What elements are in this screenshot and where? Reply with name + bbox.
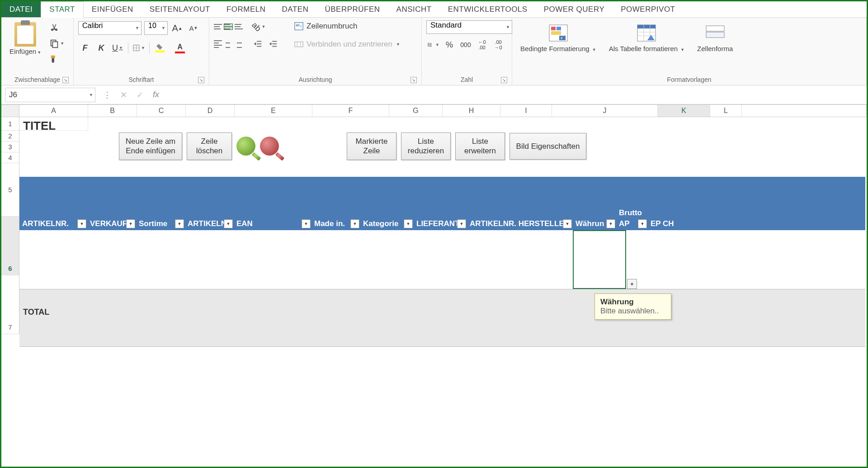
percent-button[interactable]: % bbox=[443, 38, 456, 51]
filter-j[interactable]: ▼ bbox=[606, 219, 615, 228]
marked-row-button[interactable]: MarkierteZeile bbox=[347, 132, 396, 160]
increase-font-icon[interactable]: A▲ bbox=[170, 22, 184, 34]
comma-style-button[interactable]: 000 bbox=[459, 38, 472, 51]
align-middle-icon[interactable] bbox=[224, 24, 233, 30]
orientation-button[interactable]: ab▼ bbox=[252, 20, 265, 33]
col-B[interactable]: B bbox=[88, 105, 137, 117]
filter-e[interactable]: ▼ bbox=[302, 219, 311, 228]
filter-a[interactable]: ▼ bbox=[77, 219, 86, 228]
filter-k[interactable]: ▼ bbox=[638, 219, 647, 228]
row-6[interactable]: 6 bbox=[1, 217, 19, 275]
paste-button[interactable]: Einfügen▼ bbox=[6, 20, 45, 57]
name-box[interactable]: J6▼ bbox=[5, 88, 95, 102]
col-F[interactable]: F bbox=[312, 105, 389, 117]
reduce-list-button[interactable]: Listereduzieren bbox=[401, 132, 451, 160]
cell-styles-button[interactable]: Zellenforma bbox=[693, 20, 736, 55]
alignment-dialog-launcher[interactable]: ↘ bbox=[410, 77, 417, 83]
col-K[interactable]: K bbox=[658, 105, 710, 117]
format-painter-button[interactable] bbox=[47, 53, 66, 65]
red-key-icon[interactable] bbox=[260, 137, 279, 156]
italic-button[interactable]: K bbox=[94, 42, 108, 54]
align-center-icon[interactable] bbox=[224, 40, 232, 48]
decrease-indent-icon[interactable] bbox=[251, 38, 264, 50]
green-key-icon[interactable] bbox=[236, 137, 255, 156]
delete-row-button[interactable]: Zeilelöschen bbox=[187, 132, 232, 160]
tab-power-query[interactable]: POWER QUERY bbox=[536, 1, 613, 17]
align-top-icon[interactable] bbox=[214, 24, 222, 29]
fill-color-button[interactable]: ▼ bbox=[153, 42, 167, 54]
new-row-button[interactable]: Neue Zeile amEnde einfügen bbox=[119, 132, 182, 160]
decrease-font-icon[interactable]: A▼ bbox=[187, 22, 200, 34]
increase-indent-icon[interactable] bbox=[266, 38, 280, 50]
align-bottom-icon[interactable] bbox=[235, 24, 243, 29]
cancel-formula-icon[interactable]: ✕ bbox=[115, 90, 132, 100]
filter-f[interactable]: ▼ bbox=[350, 219, 359, 228]
filter-h[interactable]: ▼ bbox=[457, 219, 466, 228]
align-right-icon[interactable] bbox=[234, 40, 242, 48]
number-dialog-launcher[interactable]: ↘ bbox=[501, 77, 507, 83]
svg-text:₪: ₪ bbox=[428, 42, 432, 47]
formula-input[interactable] bbox=[164, 88, 867, 102]
clipboard-dialog-launcher[interactable]: ↘ bbox=[62, 77, 69, 83]
font-dialog-launcher[interactable]: ↘ bbox=[198, 77, 204, 83]
filter-g[interactable]: ▼ bbox=[404, 219, 413, 228]
merge-center-button[interactable]: Verbinden und zentrieren▼ bbox=[291, 38, 403, 50]
tab-review[interactable]: ÜBERPRÜFEN bbox=[316, 1, 388, 17]
hdr-madein: Made in. bbox=[314, 219, 345, 228]
select-all-corner[interactable] bbox=[1, 105, 19, 117]
cell-dropdown-button[interactable]: ▼ bbox=[627, 279, 637, 289]
tab-start[interactable]: START bbox=[41, 1, 84, 18]
validation-tooltip: Währung Bitte auswählen.. bbox=[594, 293, 671, 320]
number-format-select[interactable]: Standard▼ bbox=[426, 20, 512, 34]
row-2[interactable]: 2 bbox=[1, 131, 19, 142]
active-cell[interactable] bbox=[573, 230, 626, 289]
tab-developer[interactable]: ENTWICKLERTOOLS bbox=[440, 1, 536, 17]
filter-b[interactable]: ▼ bbox=[126, 219, 135, 228]
expand-list-button[interactable]: Listeerweitern bbox=[455, 132, 505, 160]
col-G[interactable]: G bbox=[389, 105, 443, 117]
hdr-sortime: Sortime bbox=[139, 219, 167, 228]
copy-button[interactable]: ▼ bbox=[47, 38, 66, 49]
col-M[interactable] bbox=[742, 105, 867, 117]
col-A[interactable]: A bbox=[19, 105, 88, 117]
tab-data[interactable]: DATEN bbox=[274, 1, 317, 17]
borders-button[interactable]: ▼ bbox=[132, 42, 146, 54]
filter-d[interactable]: ▼ bbox=[224, 219, 233, 228]
col-L[interactable]: L bbox=[710, 105, 742, 117]
col-J[interactable]: J bbox=[552, 105, 658, 117]
bold-button[interactable]: F bbox=[78, 42, 92, 54]
tab-insert[interactable]: EINFÜGEN bbox=[84, 1, 142, 17]
row-7[interactable]: 7 bbox=[1, 275, 19, 334]
tab-powerpivot[interactable]: POWERPIVOT bbox=[613, 1, 683, 17]
row-5[interactable]: 5 bbox=[1, 163, 19, 217]
filter-c[interactable]: ▼ bbox=[175, 219, 184, 228]
enter-formula-icon[interactable]: ✓ bbox=[132, 90, 148, 100]
font-size-select[interactable]: 10▼ bbox=[144, 21, 168, 35]
tab-view[interactable]: ANSICHT bbox=[388, 1, 440, 17]
image-properties-button[interactable]: Bild Eigenschaften bbox=[509, 133, 586, 160]
increase-decimal-icon[interactable]: ←0.00 bbox=[475, 38, 489, 51]
conditional-formatting-button[interactable]: ≠ Bedingte Formatierung ▼ bbox=[517, 20, 600, 55]
col-H[interactable]: H bbox=[443, 105, 500, 117]
accounting-format-button[interactable]: ₪▼ bbox=[426, 38, 440, 51]
align-left-icon[interactable] bbox=[214, 40, 222, 48]
font-name-select[interactable]: Calibri▼ bbox=[78, 21, 142, 35]
group-label-clipboard: Zwischenablage↘ bbox=[6, 75, 69, 84]
underline-button[interactable]: U▼ bbox=[111, 42, 124, 54]
col-E[interactable]: E bbox=[235, 105, 312, 117]
decrease-decimal-icon[interactable]: .00→0 bbox=[491, 38, 505, 51]
tab-formulas[interactable]: FORMELN bbox=[218, 1, 274, 17]
format-as-table-button[interactable]: Als Tabelle formatieren ▼ bbox=[605, 20, 688, 55]
col-D[interactable]: D bbox=[186, 105, 235, 117]
filter-i[interactable]: ▼ bbox=[563, 219, 572, 228]
col-C[interactable]: C bbox=[137, 105, 186, 117]
tab-file[interactable]: DATEI bbox=[1, 1, 41, 17]
insert-function-icon[interactable]: fx bbox=[148, 90, 164, 99]
wrap-text-button[interactable]: ab Zeilenumbruch bbox=[291, 20, 403, 32]
tab-page-layout[interactable]: SEITENLAYOUT bbox=[142, 1, 218, 17]
cut-button[interactable] bbox=[47, 22, 66, 34]
font-color-button[interactable]: A▼ bbox=[173, 42, 187, 54]
svg-rect-29 bbox=[706, 26, 724, 31]
row-1[interactable]: 1 bbox=[1, 117, 19, 131]
col-I[interactable]: I bbox=[500, 105, 552, 117]
